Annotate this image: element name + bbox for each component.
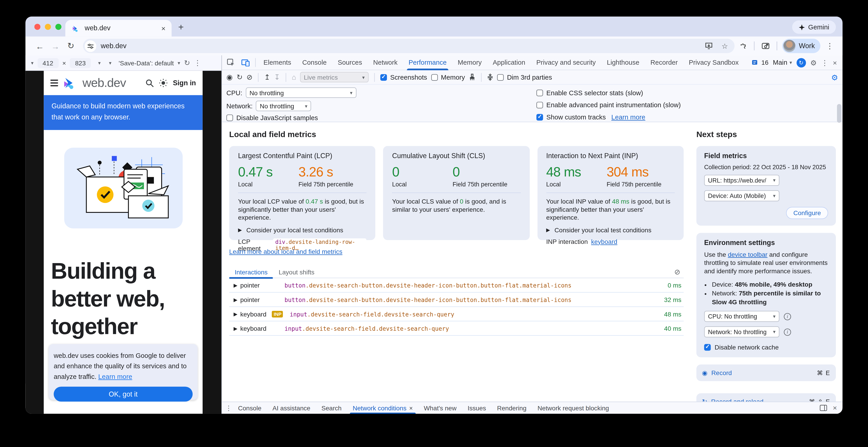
url-text[interactable]: web.dev [101, 42, 699, 50]
dock-side-icon[interactable] [820, 405, 827, 411]
expand-caret-icon[interactable]: ▶ [229, 325, 236, 331]
info-icon[interactable]: i [784, 313, 791, 320]
show-custom-tracks-checkbox[interactable]: Show custom tracks Learn more [536, 113, 681, 122]
search-icon[interactable] [146, 79, 154, 87]
tab-layout-shifts[interactable]: Layout shifts [273, 266, 320, 278]
metrics-learn-more-link[interactable]: Learn more about local and field metrics [229, 248, 342, 255]
record-icon[interactable]: ◉ [226, 73, 233, 81]
back-button[interactable]: ← [33, 41, 46, 51]
tab-privacy-security[interactable]: Privacy and security [531, 55, 601, 70]
disable-network-cache-checkbox[interactable]: Disable network cache [704, 344, 828, 351]
sync-extension-icon[interactable]: ↻ [797, 58, 806, 67]
record-button[interactable]: ◉ Record ⌘ E [696, 365, 836, 381]
css-selector-stats-checkbox[interactable]: Enable CSS selector stats (slow) [536, 89, 681, 97]
tab-privacy-sandbox[interactable]: Privacy Sandbox [684, 55, 744, 70]
drawer-tab-whats-new[interactable]: What's new [419, 402, 461, 414]
site-brand[interactable]: web.dev [83, 76, 126, 90]
inp-interaction-link[interactable]: keyboard [591, 238, 617, 245]
sign-in-button[interactable]: Sign in [173, 79, 196, 87]
env-network-select[interactable]: Network: No throttling▾ [704, 326, 779, 338]
gemini-button[interactable]: Gemini [792, 20, 836, 34]
checkbox-icon[interactable] [536, 102, 543, 108]
interaction-row[interactable]: ▶ keyboard INP input.devsite-search-fiel… [229, 307, 683, 321]
expand-caret-icon[interactable]: ▶ [229, 297, 236, 302]
checkbox-checked-icon[interactable] [536, 114, 543, 121]
viewport-width-input[interactable] [37, 58, 58, 68]
rotate-icon[interactable]: ↻ [184, 59, 190, 67]
close-window-button[interactable] [34, 24, 40, 30]
install-app-icon[interactable] [703, 42, 715, 49]
network-throttling-select[interactable]: No throttling▾ [256, 101, 311, 111]
devtools-settings-gear-icon[interactable]: ⚙ [810, 58, 817, 67]
console-message-count[interactable]: 16 [762, 59, 768, 66]
field-device-select[interactable]: Device: Auto (Mobile)▾ [704, 190, 779, 201]
address-bar[interactable]: web.dev ☆ [83, 39, 735, 53]
field-url-select[interactable]: URL: https://web.dev/▾ [704, 175, 779, 186]
advanced-paint-checkbox[interactable]: Enable advanced paint instrumentation (s… [536, 101, 681, 109]
env-cpu-select[interactable]: CPU: No throttling▾ [704, 311, 779, 322]
extensions-icon[interactable] [737, 42, 749, 50]
drawer-tab-rendering[interactable]: Rendering [492, 402, 532, 414]
new-tab-button[interactable]: + [178, 22, 184, 33]
drawer-menu-icon[interactable]: ⋮ [225, 404, 232, 412]
main-context-dropdown[interactable]: Main▾ [773, 59, 792, 66]
dim-3rd-parties-checkbox[interactable]: Dim 3rd parties [497, 73, 552, 81]
drawer-tab-search[interactable]: Search [316, 402, 347, 414]
lcp-local-conditions-disclosure[interactable]: ▶ Consider your local test conditions [238, 227, 367, 233]
bookmark-star-icon[interactable]: ☆ [719, 42, 730, 50]
drawer-tab-issues[interactable]: Issues [463, 402, 491, 414]
viewport-height-input[interactable] [70, 58, 91, 68]
interaction-row[interactable]: ▶ pointer button.devsite-search-button.d… [229, 293, 683, 307]
tab-sources[interactable]: Sources [333, 55, 367, 70]
checkbox-icon[interactable] [226, 114, 233, 121]
throttling-dropdown[interactable]: ▾ [109, 60, 112, 65]
device-type-dropdown[interactable]: ▾ [31, 60, 33, 65]
drawer-tab-ai-assistance[interactable]: AI assistance [267, 402, 315, 414]
device-toolbar-menu-icon[interactable]: ⋮ [194, 59, 201, 67]
collapse-sections-icon[interactable] [487, 73, 493, 81]
tab-elements[interactable]: Elements [258, 55, 296, 70]
zoom-dropdown[interactable]: ▾ [98, 60, 100, 65]
interaction-row[interactable]: ▶ keyboard input.devsite-search-field.de… [229, 321, 683, 336]
drawer-tab-network-conditions[interactable]: Network conditions × [348, 402, 418, 414]
save-profile-icon[interactable]: ↧ [274, 73, 280, 81]
expand-caret-icon[interactable]: ▶ [229, 282, 236, 288]
clear-icon[interactable]: ⊘ [247, 73, 253, 81]
tab-application[interactable]: Application [488, 55, 530, 70]
toggle-device-toolbar-icon[interactable] [239, 59, 252, 66]
cookie-learn-more-link[interactable]: Learn more [98, 373, 132, 380]
devtools-close-icon[interactable]: × [833, 58, 837, 67]
hamburger-menu-icon[interactable] [51, 80, 58, 86]
tab-console[interactable]: Console [297, 55, 332, 70]
disable-js-samples-checkbox[interactable]: Disable JavaScript samples [226, 114, 536, 122]
custom-tracks-learn-more-link[interactable]: Learn more [611, 113, 645, 121]
tab-lighthouse[interactable]: Lighthouse [602, 55, 644, 70]
tab-network[interactable]: Network [368, 55, 403, 70]
checkbox-checked-icon[interactable] [380, 74, 387, 80]
forward-button[interactable]: → [49, 41, 62, 51]
info-icon[interactable]: i [784, 328, 791, 336]
tab-memory[interactable]: Memory [453, 55, 487, 70]
browser-menu-icon[interactable]: ⋮ [823, 41, 837, 50]
inspect-element-icon[interactable] [224, 59, 238, 66]
save-data-dropdown[interactable]: 'Save-Data': default [119, 60, 174, 66]
tab-interactions[interactable]: Interactions [229, 266, 273, 278]
cookie-ok-button[interactable]: OK, got it [54, 387, 193, 402]
theme-toggle-icon[interactable] [159, 78, 168, 87]
scrollbar-thumb[interactable] [837, 104, 841, 123]
checkbox-checked-icon[interactable] [704, 344, 711, 351]
checkbox-icon[interactable] [431, 74, 438, 80]
window-controls[interactable] [34, 16, 62, 36]
gc-brush-icon[interactable] [469, 73, 475, 81]
record-and-reload-icon[interactable]: ↻ [237, 73, 243, 81]
drawer-tab-network-request-blocking[interactable]: Network request blocking [532, 402, 614, 414]
close-drawer-icon[interactable]: × [833, 404, 837, 412]
history-dropdown[interactable]: Live metrics▾ [300, 72, 369, 82]
load-profile-icon[interactable]: ↥ [264, 73, 270, 81]
reload-button[interactable]: ↻ [64, 41, 78, 51]
profile-button[interactable]: Work [782, 39, 820, 53]
side-panel-search-icon[interactable] [760, 42, 772, 49]
device-toolbar-link[interactable]: device toolbar [728, 251, 768, 257]
memory-checkbox[interactable]: Memory [431, 73, 465, 81]
inp-local-conditions-disclosure[interactable]: ▶ Consider your local test conditions [546, 227, 675, 233]
